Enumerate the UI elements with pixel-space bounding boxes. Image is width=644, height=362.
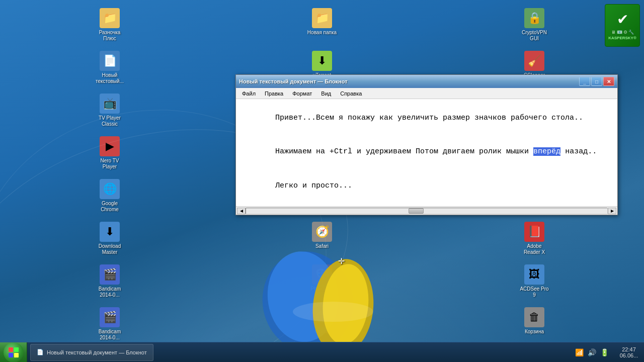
- svg-rect-7: [9, 353, 13, 357]
- start-button[interactable]: [0, 342, 27, 363]
- menu-view[interactable]: Вид: [317, 89, 335, 98]
- scrollbar-track[interactable]: [246, 208, 608, 214]
- scrollbar-thumb[interactable]: [409, 208, 424, 214]
- kaspersky-label: KASPERSKY®: [608, 36, 636, 40]
- tray-network-icon[interactable]: 📶: [574, 347, 585, 357]
- icon-img-6: 🧹: [524, 51, 544, 71]
- start-orb-icon: [4, 342, 24, 363]
- scrollbar-right-arrow[interactable]: ▶: [608, 208, 616, 214]
- window-title: Новый текстовый документ — Блокнот: [239, 78, 579, 84]
- taskbar-clock[interactable]: 22:47 06.06...: [614, 346, 644, 358]
- icon-img-4: 📄: [100, 51, 120, 71]
- icon-img-7: 📺: [100, 94, 120, 114]
- icon-label-4: Новый текстовый...: [94, 72, 126, 84]
- menu-format[interactable]: Формат: [288, 89, 316, 98]
- desktop-icon-2[interactable]: 📁 Новая папка: [304, 6, 340, 44]
- tray-battery-icon[interactable]: 🔋: [599, 347, 610, 357]
- win7-logo-area: [258, 231, 398, 342]
- kaspersky-widget[interactable]: ✔ 🖥 📧 ⚙ 🔧 KASPERSKY®: [605, 4, 640, 47]
- tray-volume-icon[interactable]: 🔊: [587, 347, 597, 357]
- window-controls: _ □ ✕: [579, 77, 614, 86]
- close-button[interactable]: ✕: [603, 77, 614, 86]
- minimize-button[interactable]: _: [579, 77, 590, 86]
- svg-rect-5: [9, 347, 13, 352]
- menu-file[interactable]: Файл: [238, 89, 260, 98]
- clock-date: 06.06...: [620, 352, 638, 358]
- text-line2-highlight: вперёд: [533, 147, 560, 156]
- icon-label-3: CryptoVPN GUI: [518, 30, 550, 42]
- taskbar-tray: 📶 🔊 🔋: [570, 342, 614, 362]
- icon-label-2: Новая папка: [307, 30, 337, 36]
- svg-point-4: [293, 302, 373, 322]
- mouse-cursor: [338, 256, 345, 263]
- svg-rect-8: [14, 353, 19, 357]
- icon-img-5: ⬇: [312, 51, 332, 71]
- taskbar-item-icon: 📄: [37, 349, 44, 355]
- svg-rect-6: [14, 347, 19, 352]
- window-menubar: Файл Правка Формат Вид Справка: [236, 88, 617, 99]
- menu-edit[interactable]: Правка: [261, 89, 287, 98]
- maximize-button[interactable]: □: [591, 77, 602, 86]
- notepad-window: Новый текстовый документ — Блокнот _ □ ✕…: [235, 74, 618, 215]
- kaspersky-mini-icon-3: ⚙: [623, 30, 627, 35]
- text-line2-before: Нажимаем на +Ctrl и удерживаем Потом дви…: [275, 147, 533, 156]
- horizontal-scrollbar[interactable]: ◀ ▶: [236, 206, 617, 215]
- icon-label-1: Разночка Плюс: [94, 30, 126, 42]
- text-line1: Привет...Всем я покажу как увеличить раз…: [275, 114, 583, 122]
- window-titlebar[interactable]: Новый текстовый документ — Блокнот _ □ ✕: [236, 75, 617, 88]
- text-line2-after: назад..: [560, 147, 597, 156]
- notepad-content-area[interactable]: Привет...Всем я покажу как увеличить раз…: [236, 99, 617, 206]
- kaspersky-check-icon: ✔: [617, 11, 628, 28]
- desktop: 📁 Разночка Плюс 📁 Новая папка 🔒 CryptoVP…: [0, 0, 644, 362]
- taskbar: 📄 Новый текстовый документ — Блокнот 📶 🔊…: [0, 342, 644, 362]
- text-line3: Легко и просто...: [275, 182, 352, 190]
- taskbar-items: 📄 Новый текстовый документ — Блокнот: [27, 342, 570, 362]
- desktop-icon-3[interactable]: 🔒 CryptoVPN GUI: [516, 6, 552, 44]
- icon-img-1: 📁: [100, 8, 120, 28]
- kaspersky-mini-icon-1: 🖥: [611, 30, 616, 35]
- desktop-icon-4[interactable]: 📄 Новый текстовый...: [92, 49, 128, 86]
- icon-img-2: 📁: [312, 8, 332, 28]
- kaspersky-mini-icon-4: 🔧: [628, 30, 634, 35]
- clock-time: 22:47: [622, 346, 636, 352]
- kaspersky-icons-row: 🖥 📧 ⚙ 🔧: [611, 30, 634, 35]
- taskbar-item-label: Новый текстовый документ — Блокнот: [47, 349, 147, 355]
- icon-img-3: 🔒: [524, 8, 544, 28]
- notepad-text: Привет...Всем я покажу как увеличить раз…: [239, 101, 614, 203]
- menu-help[interactable]: Справка: [336, 89, 366, 98]
- kaspersky-mini-icon-2: 📧: [617, 30, 622, 35]
- desktop-icon-1[interactable]: 📁 Разночка Плюс: [92, 6, 128, 44]
- taskbar-item-notepad[interactable]: 📄 Новый текстовый документ — Блокнот: [30, 344, 153, 361]
- scrollbar-left-arrow[interactable]: ◀: [237, 208, 246, 214]
